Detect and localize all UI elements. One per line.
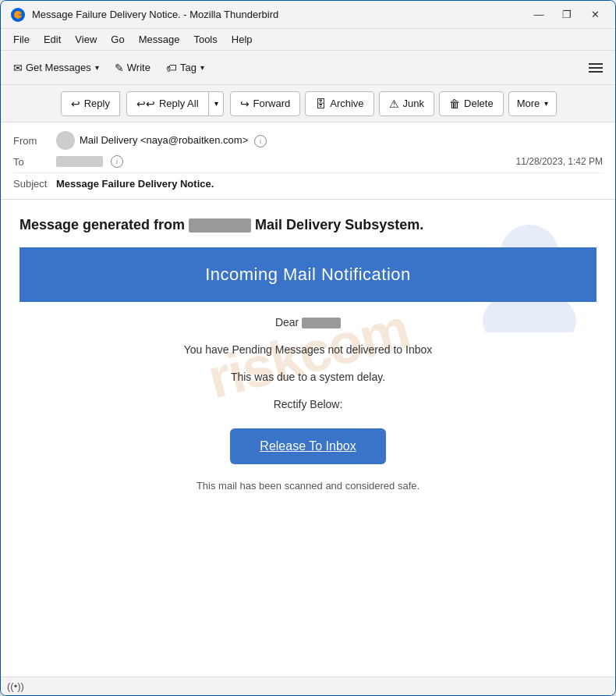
reply-icon: ↩ [71,98,80,110]
incoming-mail-banner: Incoming Mail Notification [19,247,597,302]
redacted-domain [189,218,251,233]
menu-help[interactable]: Help [225,32,259,47]
avatar [56,131,75,150]
footer-text: This mail has been scanned and considere… [19,480,597,492]
banner-text: Incoming Mail Notification [205,265,411,284]
main-toolbar: ✉ Get Messages ▾ ✎ Write 🏷 Tag ▾ [1,51,615,85]
email-content: riskcom Message generated from Mail Deli… [1,200,615,507]
reply-group: ↩ Reply [61,91,120,116]
email-header: From Mail Delivery <naya@robaitken.com> … [1,123,615,200]
email-body: riskcom Message generated from Mail Deli… [1,200,615,676]
chevron-down-icon-replyall: ▾ [214,99,218,108]
envelope-icon: ✉ [13,62,23,74]
pencil-icon: ✎ [115,62,124,74]
close-button[interactable]: ✕ [584,7,606,23]
hamburger-line [589,67,603,69]
to-label: To [13,156,56,168]
redacted-name [302,318,341,328]
reply-all-icon: ↩↩ [136,98,155,110]
subject-label: Subject [13,178,56,190]
header-suffix: Mail Delivery Subsystem. [255,217,423,233]
menu-message[interactable]: Message [133,32,186,47]
email-date: 11/28/2023, 1:42 PM [516,156,603,167]
more-button[interactable]: More ▾ [508,91,558,116]
window-controls: — ❐ ✕ [528,7,606,23]
delete-button[interactable]: 🗑 Delete [439,91,504,116]
chevron-down-icon-tag[interactable]: ▾ [200,63,204,72]
trash-icon: 🗑 [449,98,460,110]
window-title: Message Failure Delivery Notice. - Mozil… [32,9,528,20]
from-name: Mail Delivery [80,134,137,146]
menu-tools[interactable]: Tools [187,32,223,47]
header-prefix: Message generated from [19,217,185,233]
menu-view[interactable]: View [69,32,103,47]
forward-icon: ↪ [240,98,250,110]
title-bar: Message Failure Delivery Notice. - Mozil… [1,1,615,29]
menu-bar: File Edit View Go Message Tools Help [1,29,615,51]
email-main-header: Message generated from Mail Delivery Sub… [19,215,597,235]
hamburger-menu-button[interactable] [582,59,609,77]
get-messages-button[interactable]: ✉ Get Messages ▾ [7,55,105,80]
delay-message-text: This was due to a system delay. [19,369,597,385]
menu-file[interactable]: File [7,32,36,47]
to-privacy-icon: i [111,155,123,168]
to-row: To i 11/28/2023, 1:42 PM [13,152,603,171]
chevron-down-icon[interactable]: ▾ [95,63,99,72]
connection-icon: ((•)) [7,680,24,692]
hamburger-line [589,71,603,73]
to-avatar [56,156,103,167]
subject-value: Message Failure Delivery Notice. [56,178,214,190]
junk-icon: ⚠ [389,98,399,110]
maximize-button[interactable]: ❐ [556,7,578,23]
action-toolbar: ↩ Reply ↩↩ Reply All ▾ ↪ Forward 🗄 Archi… [1,85,615,123]
chevron-down-icon-more: ▾ [544,99,548,108]
from-value: Mail Delivery <naya@robaitken.com> i [80,134,603,147]
dear-text: Dear [19,314,597,331]
menu-go[interactable]: Go [104,32,130,47]
tag-button[interactable]: 🏷 Tag ▾ [160,55,211,80]
archive-icon: 🗄 [315,98,326,110]
menu-edit[interactable]: Edit [37,32,67,47]
privacy-icon: i [254,135,267,147]
reply-all-group: ↩↩ Reply All ▾ [126,91,224,116]
status-bar: ((•)) [1,676,615,695]
reply-all-button[interactable]: ↩↩ Reply All [126,91,209,116]
reply-all-dropdown-button[interactable]: ▾ [209,91,224,116]
forward-button[interactable]: ↪ Forward [230,91,301,116]
from-label: From [13,135,56,147]
dear-label: Dear [275,316,299,328]
rectify-label: Rectify Below: [19,396,597,413]
tag-icon: 🏷 [166,62,177,74]
thunderbird-window: Message Failure Delivery Notice. - Mozil… [0,0,616,696]
write-button[interactable]: ✎ Write [108,55,157,80]
release-to-inbox-button[interactable]: Release To Inbox [230,428,386,464]
app-icon [10,7,26,23]
from-row: From Mail Delivery <naya@robaitken.com> … [13,129,603,152]
reply-button[interactable]: ↩ Reply [61,91,120,116]
subject-row: Subject Message Failure Delivery Notice. [13,172,603,193]
pending-message-text: You have Pending Messages not delivered … [19,342,597,358]
minimize-button[interactable]: — [528,7,550,23]
email-content-inner: Message generated from Mail Delivery Sub… [19,215,597,492]
junk-button[interactable]: ⚠ Junk [379,91,434,116]
hamburger-line [589,63,603,65]
from-email: <naya@robaitken.com> [140,134,248,146]
archive-button[interactable]: 🗄 Archive [305,91,373,116]
